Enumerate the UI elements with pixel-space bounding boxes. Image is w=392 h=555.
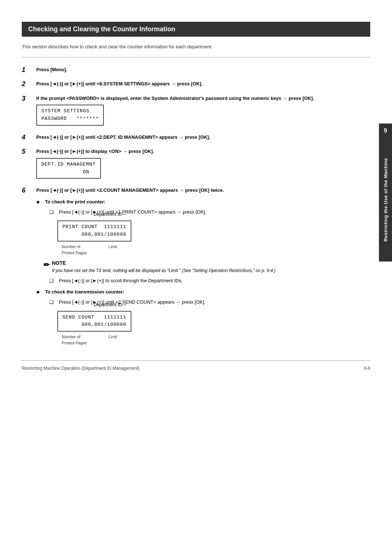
lcd-display-step3: SYSTEM SETTINGS PASSWORD *******: [36, 105, 104, 126]
chapter-tab-label: Restricting the Use of the Machine: [383, 158, 388, 242]
step-3-content: If the prompt <PASSWORD> is displayed, e…: [36, 95, 370, 127]
step-3-number: 3: [22, 95, 35, 103]
send-counter-label: To check the transmission counter:: [45, 288, 370, 296]
checkbox-icon: ❏: [49, 208, 57, 216]
step-1: 1 Press [Menu].: [22, 66, 370, 74]
limit-label: Limit: [109, 244, 117, 256]
step-6-content: Press [◄(-)] or [►(+)] until <2.COUNT MA…: [36, 187, 370, 349]
page-number-tab: 9: [379, 123, 392, 138]
step-1-number: 1: [22, 66, 35, 74]
send-dept-id-label: Department ID—: [94, 301, 126, 308]
step-2: 2 Press [◄(-)] or [►(+)] until <8.SYSTEM…: [22, 80, 370, 88]
send-counter-heading: ● To check the transmission counter:: [36, 288, 370, 296]
step-2-content: Press [◄(-)] or [►(+)] until <8.SYSTEM S…: [36, 80, 370, 88]
checkbox-icon-2: ❏: [49, 277, 57, 284]
step-2-number: 2: [22, 80, 35, 88]
chapter-tab: Restricting the Use of the Machine: [379, 138, 392, 262]
scroll-depts: ❏ Press [◄(-)] or [►(+)] to scroll throu…: [49, 277, 370, 284]
section-header: Checking and Clearing the Counter Inform…: [22, 22, 370, 37]
send-printed-pages-label: Number ofPrinted Pages: [62, 334, 87, 346]
print-counter-diagram: Department ID— PRINT COUNT 1111111 000,0…: [57, 218, 370, 256]
print-dept-id-label: Department ID—: [94, 211, 126, 218]
intro-text: This section describes how to check and …: [22, 43, 370, 50]
print-counter-section: ● To check the print counter: ❏ Press [◄…: [36, 198, 370, 256]
send-limit-label: Limit: [109, 334, 117, 346]
send-counter-display-wrapper: Department ID— SEND COUNT 1111111 000,00…: [57, 308, 131, 333]
print-counter-diagram-footer: Number ofPrinted Pages Limit: [62, 244, 370, 256]
print-counter-items: ❏ Press [◄(-)] or [►(+)] until <1.PRINT …: [36, 208, 370, 256]
footer-divider: [22, 360, 370, 361]
scroll-depts-item: ❏ Press [◄(-)] or [►(+)] to scroll throu…: [36, 277, 370, 284]
step-5: 5 Press [◄(-)] or [►(+)] to display <ON>…: [22, 148, 370, 180]
print-counter-label: To check the print counter:: [45, 198, 370, 206]
print-counter-lcd: PRINT COUNT 1111111 000,001/100000: [57, 220, 131, 242]
step-6-number: 6: [22, 187, 35, 195]
page-footer: Restricting Machine Operation (Departmen…: [22, 366, 370, 371]
main-content: Checking and Clearing the Counter Inform…: [22, 0, 370, 393]
print-counter-heading: ● To check the print counter:: [36, 198, 370, 206]
step-4-number: 4: [22, 134, 35, 142]
lcd-display-step5: DEPT.ID MANAGEMNT ON: [36, 158, 101, 179]
printed-pages-label: Number ofPrinted Pages: [62, 244, 87, 256]
page-wrapper: 9 Restricting the Use of the Machine Che…: [0, 0, 392, 555]
step-5-content: Press [◄(-)] or [►(+)] to display <ON> →…: [36, 148, 370, 180]
step-4: 4 Press [◄(-)] or [►(+)] until <2.DEPT. …: [22, 134, 370, 142]
bullet-icon: ●: [36, 198, 44, 206]
step-6: 6 Press [◄(-)] or [►(+)] until <2.COUNT …: [22, 187, 370, 349]
step-4-content: Press [◄(-)] or [►(+)] until <2.DEPT. ID…: [36, 134, 370, 141]
step-5-number: 5: [22, 148, 35, 156]
footer-right: 9-9: [364, 366, 370, 371]
footer-left: Restricting Machine Operation (Departmen…: [22, 366, 139, 371]
send-counter-lcd: SEND COUNT 1111111 000,001/100000: [57, 311, 131, 332]
print-counter-display-wrapper: Department ID— PRINT COUNT 1111111 000,0…: [57, 218, 131, 243]
note-section: ✏ NOTE If you have not set the TX limit,…: [44, 259, 370, 274]
send-counter-diagram: Department ID— SEND COUNT 1111111 000,00…: [57, 308, 370, 346]
section-title: Checking and Clearing the Counter Inform…: [28, 25, 175, 33]
note-text: If you have not set the TX limit, nothin…: [52, 268, 275, 273]
step-3: 3 If the prompt <PASSWORD> is displayed,…: [22, 95, 370, 127]
step-1-content: Press [Menu].: [36, 66, 370, 73]
send-counter-items: ❏ Press [◄(-)] or [►(+)] until <2.SEND C…: [36, 299, 370, 346]
bullet-icon-2: ●: [36, 288, 44, 296]
send-counter-diagram-footer: Number ofPrinted Pages Limit: [62, 334, 370, 346]
page-number: 9: [384, 127, 387, 134]
note-title: NOTE: [52, 260, 66, 266]
note-pencil-icon: ✏: [44, 259, 50, 270]
checkbox-icon-3: ❏: [49, 299, 57, 306]
scroll-depts-text: Press [◄(-)] or [►(+)] to scroll through…: [59, 277, 370, 284]
note-content: NOTE If you have not set the TX limit, n…: [52, 259, 275, 274]
send-counter-section: ● To check the transmission counter: ❏ P…: [36, 288, 370, 346]
divider: [22, 57, 370, 57]
